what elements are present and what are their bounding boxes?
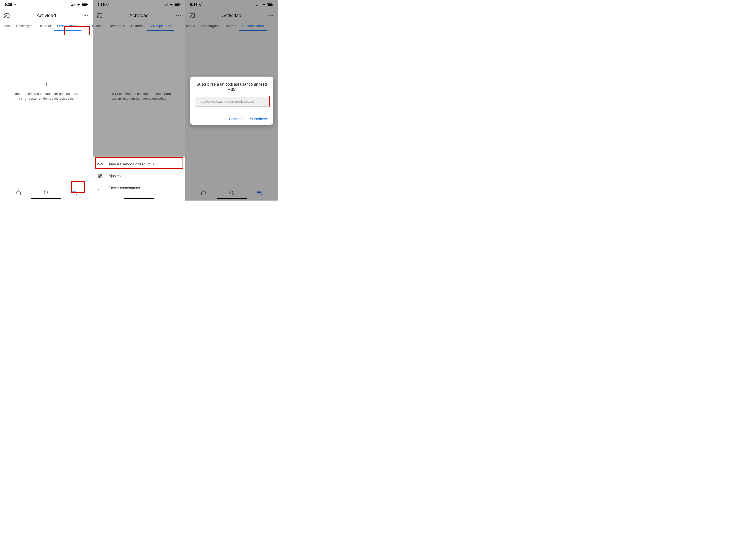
dialog-title: Suscribirse a un podcast usando un feed … [195, 82, 268, 92]
playlist-icon [71, 190, 77, 195]
empty-text-line2: ver un resumen de nuevos episodios [19, 97, 73, 100]
home-indicator[interactable] [217, 198, 247, 199]
svg-rect-18 [180, 4, 181, 5]
svg-rect-17 [175, 4, 179, 6]
cast-icon[interactable] [3, 13, 11, 18]
svg-point-19 [97, 17, 98, 17]
svg-rect-3 [74, 3, 75, 6]
home-indicator[interactable] [31, 198, 61, 199]
bottom-sheet: Añadir usando un feed RSS Ajustes Enviar… [93, 156, 185, 200]
location-icon [13, 3, 16, 6]
nav-activity[interactable] [66, 190, 83, 195]
search-icon [44, 190, 49, 195]
app-header: Actividad [93, 9, 185, 22]
screenshot-panel-2: 9:36 Actividad Tu cola Descargas Histori… [93, 0, 185, 200]
home-indicator[interactable] [124, 198, 154, 199]
link-icon [97, 162, 103, 166]
empty-text-line1: Toca Suscribirse en cualquier podcast pa… [107, 92, 171, 95]
screenshot-panel-3: 9:36 Actividad Tu cola Descargas Histori… [185, 0, 278, 200]
svg-point-9 [85, 15, 86, 16]
page-title: Actividad [103, 13, 175, 18]
tab-downloads[interactable]: Descargas [106, 22, 128, 31]
svg-point-23 [99, 175, 101, 177]
dialog-overlay[interactable]: Suscribirse a un podcast usando un feed … [185, 0, 278, 200]
page-title: Actividad [11, 13, 82, 18]
nav-home[interactable] [10, 190, 27, 195]
tab-subscriptions[interactable]: Suscripciones [54, 22, 81, 31]
svg-rect-14 [166, 4, 167, 6]
svg-point-10 [87, 15, 88, 16]
svg-rect-13 [165, 5, 166, 6]
svg-point-8 [84, 15, 84, 16]
tabs: Tu cola Descargas Historial Suscripcione… [0, 22, 93, 31]
svg-point-22 [180, 15, 181, 16]
status-time: 9:36 [97, 3, 105, 7]
status-bar: 9:36 [93, 0, 185, 9]
empty-text-line2: ver un resumen de nuevos episodios [112, 97, 166, 100]
svg-rect-12 [164, 5, 164, 6]
sheet-item-label: Enviar comentarios [109, 186, 140, 190]
svg-point-20 [176, 15, 177, 16]
svg-rect-5 [82, 4, 87, 6]
svg-rect-0 [71, 5, 72, 6]
tab-queue[interactable]: Tu cola [0, 22, 13, 31]
tab-history[interactable]: Historial [35, 22, 54, 31]
status-time: 9:36 [5, 3, 12, 7]
svg-rect-6 [87, 4, 88, 5]
feedback-icon [97, 185, 103, 191]
empty-state: ＋ Toca Suscribirse en cualquier podcast … [0, 31, 93, 185]
more-icon[interactable] [175, 15, 182, 16]
svg-point-7 [5, 17, 5, 17]
svg-rect-15 [167, 3, 168, 6]
svg-rect-1 [72, 5, 73, 6]
cellular-icon [164, 3, 168, 6]
home-icon [16, 190, 21, 195]
sheet-item-label: Ajustes [109, 174, 121, 178]
tab-history[interactable]: Historial [128, 22, 147, 31]
subscribe-button[interactable]: Suscribirse [250, 117, 268, 121]
tab-downloads[interactable]: Descargas [13, 22, 35, 31]
plus-icon[interactable]: ＋ [43, 80, 50, 88]
empty-text-line1: Toca Suscribirse en cualquier podcast pa… [14, 92, 78, 95]
battery-icon [175, 3, 181, 6]
rss-subscribe-dialog: Suscribirse a un podcast usando un feed … [190, 77, 273, 125]
svg-point-11 [44, 191, 47, 194]
status-bar: 9:36 [0, 0, 93, 9]
sheet-item-feedback[interactable]: Enviar comentarios [93, 182, 185, 194]
wifi-icon [169, 3, 173, 6]
gear-icon [97, 173, 103, 178]
cellular-icon [71, 3, 75, 6]
wifi-icon [77, 3, 81, 6]
screenshot-panel-1: 9:36 Actividad Tu cola Descargas Histori… [0, 0, 93, 200]
app-header: Actividad [0, 9, 93, 22]
sheet-item-add-rss[interactable]: Añadir usando un feed RSS [93, 159, 185, 170]
tabs: Tu cola Descargas Historial Suscripcione… [93, 22, 185, 31]
battery-icon [82, 3, 88, 6]
rss-url-input[interactable] [195, 97, 268, 106]
location-icon [106, 3, 109, 6]
svg-rect-2 [73, 4, 74, 6]
tab-subscriptions[interactable]: Suscripciones [147, 22, 174, 31]
svg-point-21 [178, 15, 179, 16]
plus-icon[interactable]: ＋ [136, 80, 142, 88]
content-area: ＋ Toca Suscribirse en cualquier podcast … [0, 31, 93, 185]
tab-queue[interactable]: Tu cola [91, 22, 106, 31]
sheet-item-settings[interactable]: Ajustes [93, 170, 185, 182]
cast-icon[interactable] [96, 13, 103, 18]
nav-search[interactable] [38, 190, 55, 195]
sheet-item-label: Añadir usando un feed RSS [109, 162, 154, 166]
cancel-button[interactable]: Cancelar [229, 117, 244, 121]
more-icon[interactable] [82, 15, 90, 16]
